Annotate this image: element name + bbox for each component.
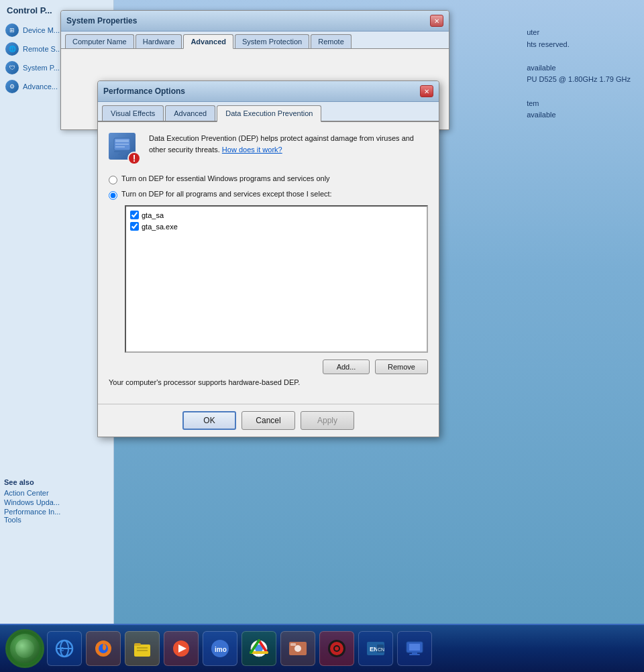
see-also-performance[interactable]: Performance In... Tools [4, 508, 109, 524]
taskbar-explorer[interactable] [125, 631, 160, 666]
taskbar-photo[interactable] [280, 631, 315, 666]
tab-visual-effects[interactable]: Visual Effects [102, 105, 164, 121]
comp-title-partial: uter [527, 27, 631, 39]
perf-tabs: Visual Effects Advanced Data Execution P… [98, 102, 439, 122]
perf-cancel-button[interactable]: Cancel [241, 411, 295, 430]
svg-point-29 [335, 647, 339, 651]
tab-system-protection[interactable]: System Protection [235, 34, 309, 48]
svg-rect-3 [115, 146, 125, 148]
taskbar-firefox[interactable] [86, 631, 121, 666]
system-props-tabs: Computer Name Hardware Advanced System P… [61, 32, 449, 49]
svg-rect-15 [137, 647, 148, 649]
perf-options-close-button[interactable]: ✕ [420, 85, 433, 97]
svg-text:e: e [60, 645, 64, 653]
dep-exclusion-list[interactable]: gta_sa gta_sa.exe [125, 205, 428, 353]
perf-options-titlebar: Performance Options ✕ [98, 81, 439, 102]
system-props-title: System Properties [66, 16, 137, 25]
svg-rect-5 [121, 151, 123, 154]
tab-computer-name[interactable]: Computer Name [65, 34, 134, 48]
taskbar-ie[interactable]: e [47, 631, 82, 666]
dep-radio2-label: Turn on DEP for all programs and service… [121, 190, 332, 198]
tab-perf-advanced[interactable]: Advanced [165, 105, 215, 121]
start-button[interactable] [5, 629, 44, 668]
dep-support-text: Your computer's processor supports hardw… [109, 378, 428, 386]
perf-options-title: Performance Options [103, 87, 185, 96]
svg-point-24 [294, 645, 301, 652]
taskbar-language[interactable]: EN CN [358, 631, 393, 666]
dep-item2-label: gta_sa.exe [142, 223, 178, 231]
perf-dialog-bottom-buttons: OK Cancel Apply [98, 404, 439, 437]
dep-list-item-1: gta_sa [129, 209, 424, 221]
comp-system: tem [527, 98, 631, 110]
see-also-action-center[interactable]: Action Center [4, 489, 109, 497]
comp-available2: available [527, 109, 631, 121]
device-icon: ⊞ [5, 23, 19, 37]
sidebar-item-advanced-label: Advance... [23, 82, 58, 91]
taskbar-network[interactable] [397, 631, 432, 666]
dep-item1-label: gta_sa [142, 211, 164, 219]
dep-item2-checkbox[interactable] [130, 222, 139, 231]
svg-rect-6 [118, 154, 126, 155]
imo-icon: imo [209, 638, 231, 659]
svg-rect-16 [137, 650, 148, 651]
photo-icon [287, 638, 309, 659]
start-button-inner [10, 634, 40, 663]
perf-ok-button[interactable]: OK [182, 411, 236, 430]
svg-rect-25 [290, 643, 296, 646]
system-icon: 🛡 [5, 61, 19, 74]
dep-radio1[interactable] [109, 176, 117, 184]
comp-rights: hts reserved. [527, 39, 631, 51]
comp-cpu: PU D525 @ 1.80GHz 1.79 GHz [527, 74, 631, 86]
svg-rect-35 [409, 644, 420, 651]
dep-shield-icon [113, 137, 131, 156]
dep-action-buttons: Add... Remove [109, 359, 428, 374]
dep-warning-badge: ! [127, 152, 141, 165]
dep-list-item-2: gta_sa.exe [129, 221, 424, 232]
svg-text:CN: CN [378, 647, 384, 652]
dep-add-button[interactable]: Add... [323, 359, 370, 374]
desktop: Control P... ⊞ Device M... 🌐 Remote S...… [0, 0, 644, 624]
dep-radio1-label: Turn on DEP for essential Windows progra… [121, 174, 330, 182]
tab-remote[interactable]: Remote [311, 34, 352, 48]
dep-header: ! Data Execution Prevention (DEP) helps … [109, 133, 428, 165]
dep-item1-checkbox[interactable] [130, 211, 139, 219]
media-player-icon [170, 638, 192, 659]
taskbar-media[interactable] [164, 631, 199, 666]
computer-info: uter hts reserved. available PU D525 @ 1… [527, 27, 631, 121]
taskbar: e imo [0, 624, 644, 672]
performance-options-dialog: Performance Options ✕ Visual Effects Adv… [97, 80, 439, 437]
svg-rect-2 [115, 144, 129, 145]
dep-description: Data Execution Prevention (DEP) helps pr… [149, 133, 428, 155]
system-props-titlebar: System Properties ✕ [61, 11, 449, 32]
comp-available1: available [527, 62, 631, 74]
dep-radio-option2: Turn on DEP for all programs and service… [109, 190, 428, 200]
windows-logo-icon [15, 639, 34, 658]
remote-icon: 🌐 [5, 42, 19, 56]
perf-apply-button[interactable]: Apply [301, 411, 354, 430]
tab-advanced[interactable]: Advanced [183, 34, 233, 49]
svg-rect-37 [409, 654, 420, 655]
taskbar-recorder[interactable] [319, 631, 354, 666]
svg-text:imo: imo [215, 646, 227, 653]
see-also-title: See also [4, 478, 109, 486]
svg-text:EN: EN [370, 646, 378, 653]
dep-remove-button[interactable]: Remove [375, 359, 428, 374]
see-also-section: See also Action Center Windows Upda... P… [0, 474, 113, 529]
dep-radio2[interactable] [109, 191, 117, 200]
svg-rect-1 [115, 139, 129, 142]
svg-rect-36 [412, 653, 417, 654]
taskbar-chrome[interactable] [241, 631, 276, 666]
taskbar-imo[interactable]: imo [203, 631, 237, 666]
tab-hardware[interactable]: Hardware [136, 34, 182, 48]
svg-rect-14 [134, 643, 141, 646]
perf-options-content: ! Data Execution Prevention (DEP) helps … [98, 122, 439, 404]
dep-how-link[interactable]: How does it work? [222, 146, 282, 154]
dep-icon: ! [109, 133, 141, 165]
language-icon: EN CN [365, 638, 386, 659]
firefox-icon [93, 638, 114, 659]
ie-icon: e [54, 638, 75, 659]
see-also-windows-update[interactable]: Windows Upda... [4, 498, 109, 506]
recorder-icon [326, 638, 347, 659]
system-props-close-button[interactable]: ✕ [430, 15, 443, 27]
tab-dep[interactable]: Data Execution Prevention [217, 105, 321, 122]
